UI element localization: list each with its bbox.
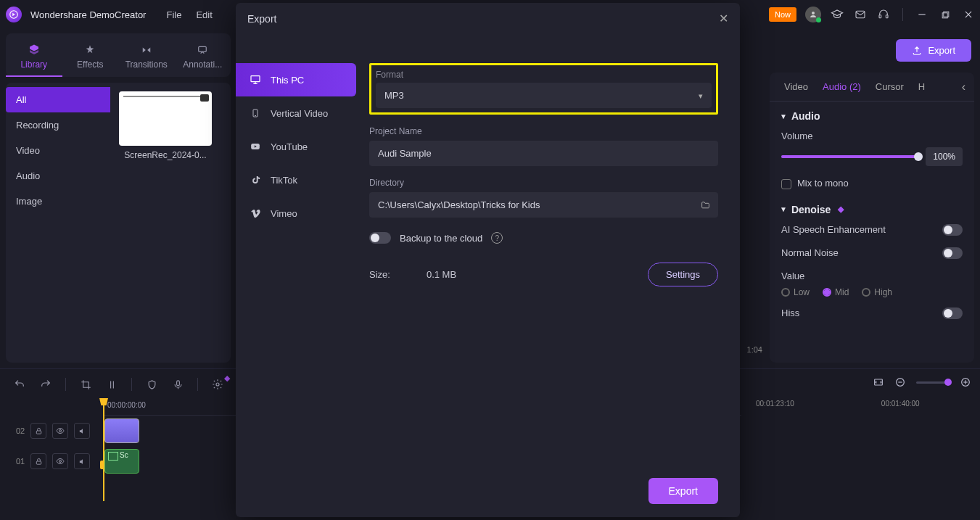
mix-mono-row[interactable]: Mix to mono <box>770 172 974 195</box>
lock-icon[interactable] <box>30 423 46 439</box>
export-button-label: Export <box>928 45 955 56</box>
export-dest-youtube[interactable]: YouTube <box>236 130 352 163</box>
annotations-icon <box>196 44 209 57</box>
folder-icon[interactable] <box>700 200 711 210</box>
lock-icon[interactable] <box>30 453 46 469</box>
lib-recording[interactable]: Recording <box>6 112 110 138</box>
buy-now-button[interactable]: Now <box>769 7 796 22</box>
svg-rect-4 <box>886 15 888 18</box>
lib-audio[interactable]: Audio <box>6 163 110 189</box>
lib-video[interactable]: Video <box>6 138 110 163</box>
fit-icon[interactable] <box>873 376 884 388</box>
radio-high[interactable]: High <box>862 287 892 297</box>
tab-annotations[interactable]: Annotati... <box>175 36 231 77</box>
volume-value: 100% <box>926 147 963 166</box>
zoom-out-icon[interactable] <box>894 376 906 388</box>
section-denoise[interactable]: ▼Denoise◆ <box>770 195 974 218</box>
ai-speech-toggle[interactable] <box>942 224 963 236</box>
chevron-left-icon[interactable]: ‹ <box>958 76 970 98</box>
shield-icon[interactable] <box>142 375 161 394</box>
info-icon[interactable]: ? <box>491 232 503 244</box>
academy-icon[interactable] <box>830 7 844 22</box>
svg-rect-2 <box>856 11 865 17</box>
format-label: Format <box>376 70 712 80</box>
lib-all[interactable]: All <box>6 87 110 112</box>
close-icon[interactable]: ✕ <box>719 12 728 25</box>
export-form: Format MP3 ▾ Project Name Directory Ba <box>352 34 740 517</box>
ruler-right: 00:01:23:10 00:01:40:00 <box>750 400 971 408</box>
tab-transitions[interactable]: Transitions <box>118 36 175 77</box>
directory-input[interactable] <box>369 192 718 218</box>
zoom-in-icon[interactable] <box>960 376 971 388</box>
zoom-controls <box>750 376 971 388</box>
section-audio[interactable]: ▼Audio <box>770 102 974 125</box>
media-thumb[interactable]: ScreenRec_2024-0... <box>119 91 212 160</box>
svg-point-16 <box>59 430 62 432</box>
clip-video[interactable] <box>104 418 139 443</box>
menu-edit[interactable]: Edit <box>196 9 212 20</box>
props-tab-cursor[interactable]: Cursor <box>868 73 911 101</box>
close-icon[interactable] <box>961 7 976 22</box>
menu-file[interactable]: File <box>166 9 181 20</box>
props-tab-h[interactable]: H <box>911 73 932 101</box>
format-select[interactable]: MP3 ▾ <box>376 83 712 108</box>
export-button[interactable]: Export <box>896 39 971 62</box>
left-pane: Library Effects Transitions Annotati... … <box>0 29 236 368</box>
eye-icon[interactable] <box>52 453 68 469</box>
volume-row: Volume 100% <box>770 125 974 172</box>
mute-icon[interactable] <box>74 453 90 469</box>
modal-export-button[interactable]: Export <box>648 478 718 504</box>
zoom-slider[interactable] <box>916 381 950 384</box>
minimize-icon[interactable] <box>915 7 929 22</box>
radio-low[interactable]: Low <box>781 287 810 297</box>
maximize-icon[interactable] <box>938 7 952 22</box>
mute-icon[interactable] <box>74 423 90 439</box>
lib-image[interactable]: Image <box>6 189 110 214</box>
library-sidebar: All Recording Video Audio Image <box>6 83 110 363</box>
avatar-icon[interactable] <box>805 7 821 22</box>
undo-icon[interactable] <box>10 375 29 394</box>
props-tab-audio[interactable]: Audio (2) <box>815 73 868 101</box>
props-tabs: Video Audio (2) Cursor H ‹ <box>770 73 974 102</box>
export-dest-tiktok[interactable]: TikTok <box>236 163 352 197</box>
radio-mid[interactable]: Mid <box>823 287 849 297</box>
split-icon[interactable] <box>102 375 121 394</box>
normal-noise-toggle[interactable] <box>942 247 963 259</box>
export-dest-vimeo[interactable]: Vimeo <box>236 197 352 230</box>
svg-rect-13 <box>176 380 179 385</box>
camera-badge-icon <box>200 94 209 102</box>
app-logo-icon <box>6 7 22 22</box>
hiss-toggle[interactable] <box>942 308 963 319</box>
value-radio-row: Low Mid High <box>770 283 974 302</box>
project-name-input[interactable] <box>369 141 718 166</box>
volume-slider[interactable] <box>781 155 918 158</box>
settings-button[interactable]: Settings <box>648 263 718 286</box>
clip-screen[interactable]: Sc <box>104 449 139 474</box>
behind-timecode: 1:04 <box>747 345 762 354</box>
mic-icon[interactable] <box>168 375 187 394</box>
gem-icon: ◆ <box>224 374 230 383</box>
props-tab-video[interactable]: Video <box>777 73 815 101</box>
export-dest-thispc[interactable]: This PC <box>236 63 356 96</box>
chevron-down-icon: ▾ <box>699 91 703 100</box>
ai-speech-row: AI Speech Enhancement <box>770 218 974 242</box>
modal-title: Export <box>247 13 276 25</box>
headset-icon[interactable] <box>876 7 891 22</box>
tab-library[interactable]: Library <box>6 36 62 77</box>
gear-icon[interactable]: ◆ <box>208 375 227 394</box>
tab-effects[interactable]: Effects <box>62 36 119 77</box>
eye-icon[interactable] <box>52 423 68 439</box>
export-dest-vertical[interactable]: Vertical Video <box>236 96 352 130</box>
mail-icon[interactable] <box>853 7 868 22</box>
hiss-row: Hiss <box>770 302 974 325</box>
redo-icon[interactable] <box>36 375 55 394</box>
directory-block: Directory <box>369 178 718 218</box>
top-tabs: Library Effects Transitions Annotati... <box>6 33 231 77</box>
svg-rect-3 <box>879 15 881 18</box>
modal-body: This PC Vertical Video YouTube TikTok Vi… <box>236 34 740 517</box>
format-value: MP3 <box>376 83 712 108</box>
separator <box>902 8 903 21</box>
checkbox-icon[interactable] <box>781 179 791 189</box>
backup-toggle[interactable] <box>369 232 391 244</box>
crop-icon[interactable] <box>76 375 95 394</box>
